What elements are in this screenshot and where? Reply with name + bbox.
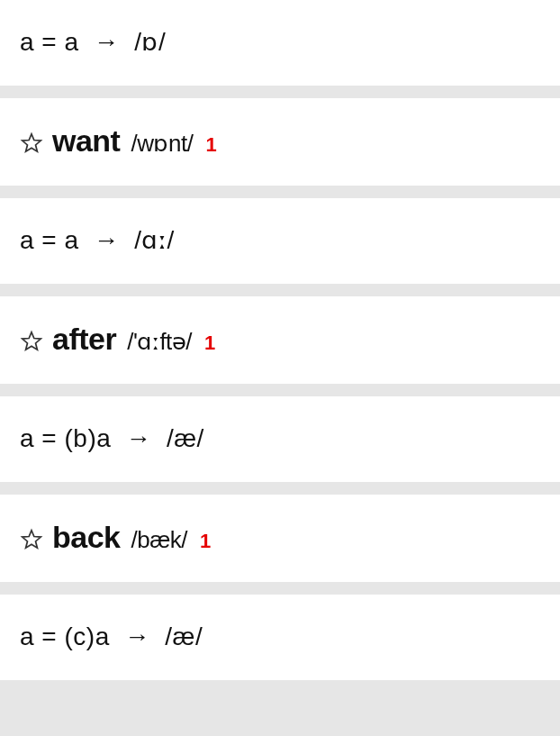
word-text: want (52, 123, 120, 159)
rule-card[interactable]: a = a → /ɑː/ (0, 198, 560, 284)
rule-text: a = (b)a → /æ/ (20, 424, 204, 453)
word-card[interactable]: back /bæk/ 1 (0, 495, 560, 582)
rule-card[interactable]: a = (b)a → /æ/ (0, 396, 560, 482)
rule-card[interactable]: a = (c)a → /æ/ (0, 595, 560, 680)
word-row: back /bæk/ 1 (52, 520, 211, 555)
count-badge: 1 (205, 133, 216, 157)
word-row: after /'ɑːftə/ 1 (52, 322, 215, 357)
rule-text: a = a → /ɑː/ (20, 225, 175, 255)
word-pronunciation: /wɒnt/ (131, 130, 193, 158)
count-badge: 1 (204, 332, 215, 355)
word-card[interactable]: want /wɒnt/ 1 (0, 98, 560, 186)
word-card[interactable]: after /'ɑːftə/ 1 (0, 296, 560, 384)
word-pronunciation: /'ɑːftə/ (127, 328, 192, 356)
count-badge: 1 (200, 530, 211, 553)
word-text: after (52, 322, 116, 357)
star-icon[interactable] (20, 528, 43, 551)
rule-text: a = (c)a → /æ/ (20, 622, 203, 651)
word-pronunciation: /bæk/ (131, 526, 188, 554)
star-icon[interactable] (20, 330, 43, 353)
star-icon[interactable] (20, 132, 43, 155)
word-row: want /wɒnt/ 1 (52, 123, 217, 159)
word-text: back (52, 520, 121, 555)
rule-text: a = a → /ɒ/ (20, 27, 166, 57)
rule-card[interactable]: a = a → /ɒ/ (0, 0, 560, 86)
